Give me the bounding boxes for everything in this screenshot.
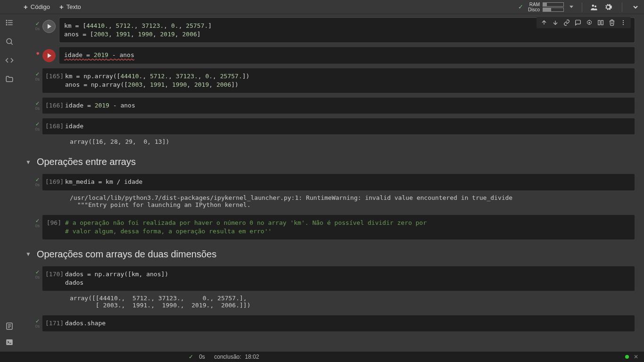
status-duration: 0s: [199, 354, 205, 360]
code-cell[interactable]: ✓ 0s[96] # a operação não foi realizada …: [19, 215, 635, 239]
cell-gutter: ✓ 0s: [19, 18, 42, 42]
delete-icon[interactable]: [608, 19, 616, 26]
terminal-icon[interactable]: [5, 337, 14, 347]
svg-point-0: [592, 4, 594, 7]
code-editor[interactable]: [165] km = np.array([44410., 5712., 3712…: [42, 68, 635, 93]
cell-gutter: ✓ 0s: [19, 174, 42, 210]
collapse-icon[interactable]: ▼: [25, 159, 31, 165]
code-cell[interactable]: ✓ 0s[170] dados = np.array([km, anos]) d…: [19, 266, 635, 311]
cell-output: array([[44410., 5712., 37123., 0., 25757…: [42, 291, 635, 311]
svg-point-21: [623, 20, 624, 21]
search-icon[interactable]: [5, 37, 14, 46]
more-icon[interactable]: [619, 19, 627, 26]
close-icon[interactable]: ✕: [634, 354, 638, 360]
exec-time: 0s: [35, 324, 40, 329]
move-down-icon[interactable]: [552, 19, 559, 26]
svg-point-6: [6, 22, 7, 23]
cell-gutter: ✓ 0s: [19, 68, 42, 93]
code-editor[interactable]: [166] idade = 2019 - anos: [42, 98, 635, 114]
move-up-icon[interactable]: [540, 19, 548, 26]
svg-point-8: [7, 39, 12, 44]
check-icon: ✓: [35, 122, 40, 126]
code-cell[interactable]: ✓ 0s[171] dados.shape: [19, 315, 635, 331]
ram-label: RAM: [528, 2, 540, 7]
run-cell-button[interactable]: [42, 20, 56, 33]
play-icon: [48, 53, 51, 58]
code-cell[interactable]: ✓ 0s[165] km = np.array([44410., 5712., …: [19, 68, 635, 93]
svg-rect-19: [598, 20, 600, 25]
comment-icon[interactable]: [574, 19, 582, 26]
add-code-button[interactable]: + Código: [19, 1, 55, 13]
section-heading: ▼ Operações entre arrays: [25, 156, 635, 167]
code-cell[interactable]: ●idade = 2019 - anos: [19, 47, 635, 63]
exec-time: 0s: [35, 127, 40, 132]
gear-icon[interactable]: [604, 3, 612, 11]
link-icon[interactable]: [563, 19, 570, 26]
svg-point-7: [6, 25, 7, 25]
cell-toolbar: [537, 17, 631, 28]
toc-icon[interactable]: [5, 18, 14, 27]
top-toolbar: + Código + Texto ✓ RAM Disco: [0, 0, 644, 14]
code-snippet-icon[interactable]: [5, 56, 14, 65]
exec-time: 0s: [35, 182, 40, 187]
check-icon: ✓: [35, 270, 40, 274]
share-icon[interactable]: [590, 3, 598, 11]
code-editor[interactable]: [168] idade: [42, 118, 635, 134]
code-editor[interactable]: [96] # a operação não foi realizada por …: [42, 215, 635, 239]
svg-line-9: [11, 43, 13, 45]
folder-icon[interactable]: [5, 74, 14, 84]
disk-bar: [543, 8, 564, 12]
plus-icon: +: [59, 3, 64, 11]
resource-indicator[interactable]: ✓ RAM Disco: [518, 2, 573, 12]
mirror-icon[interactable]: [597, 19, 604, 26]
ram-bar: [543, 2, 564, 7]
cell-gutter: ✓ 0s: [19, 315, 42, 331]
cell-gutter: ✓ 0s: [19, 215, 42, 239]
exec-time: 0s: [35, 26, 40, 31]
svg-point-1: [594, 5, 596, 7]
svg-rect-20: [601, 20, 603, 25]
status-completion-time: 18:02: [245, 354, 259, 360]
collapse-icon[interactable]: ▼: [25, 251, 31, 257]
code-editor[interactable]: [169] km_media = km / idade: [42, 174, 635, 190]
cell-prompt: [96]: [42, 215, 65, 239]
svg-point-18: [589, 22, 590, 24]
code-cell[interactable]: ✓ 0s[168] idadearray([16, 28, 29, 0, 13]…: [19, 118, 635, 147]
check-icon: ✓: [35, 21, 40, 26]
cell-gutter: ✓ 0s: [19, 118, 42, 147]
code-cell[interactable]: ✓ 0skm = [44410., 5712., 37123., 0., 257…: [19, 18, 635, 42]
add-code-label: Código: [31, 3, 50, 10]
error-icon: ●: [36, 50, 40, 56]
exec-time: 0s: [35, 106, 40, 111]
settings-icon[interactable]: [586, 19, 593, 26]
cell-gutter: ✓ 0s: [19, 266, 42, 311]
cell-prompt: [170]: [42, 266, 65, 291]
chevron-down-icon[interactable]: [632, 3, 639, 11]
connection-indicator: [625, 355, 629, 359]
cell-prompt: [166]: [42, 98, 65, 114]
document-icon[interactable]: [5, 321, 14, 331]
disk-label: Disco: [528, 7, 540, 12]
code-editor[interactable]: [170] dados = np.array([km, anos]) dados: [42, 266, 635, 291]
add-text-button[interactable]: + Texto: [55, 1, 86, 13]
code-cell[interactable]: ✓ 0s[169] km_media = km / idade/usr/loca…: [19, 174, 635, 210]
code-editor[interactable]: idade = 2019 - anos: [59, 47, 635, 63]
notebook-area[interactable]: ✓ 0skm = [44410., 5712., 37123., 0., 257…: [19, 14, 644, 352]
section-heading: ▼ Operações com arrays de duas dimensões: [25, 249, 635, 260]
add-text-label: Texto: [66, 3, 81, 10]
chevron-down-icon[interactable]: [570, 6, 573, 8]
check-icon: ✓: [189, 354, 193, 360]
left-sidebar: [0, 14, 19, 352]
heading-text: Operações entre arrays: [37, 156, 136, 167]
cell-prompt: [165]: [42, 68, 65, 93]
code-cell[interactable]: ✓ 0s[166] idade = 2019 - anos: [19, 98, 635, 114]
check-icon: ✓: [35, 319, 40, 323]
cell-gutter: ✓ 0s: [19, 98, 42, 114]
plus-icon: +: [24, 3, 28, 11]
status-bar: ✓ 0s conclusão: 18:02 ✕: [0, 352, 644, 362]
svg-rect-14: [6, 339, 13, 345]
cell-gutter: ●: [19, 47, 42, 63]
svg-point-5: [6, 20, 7, 21]
run-cell-button[interactable]: [42, 49, 56, 62]
code-editor[interactable]: [171] dados.shape: [42, 315, 635, 331]
